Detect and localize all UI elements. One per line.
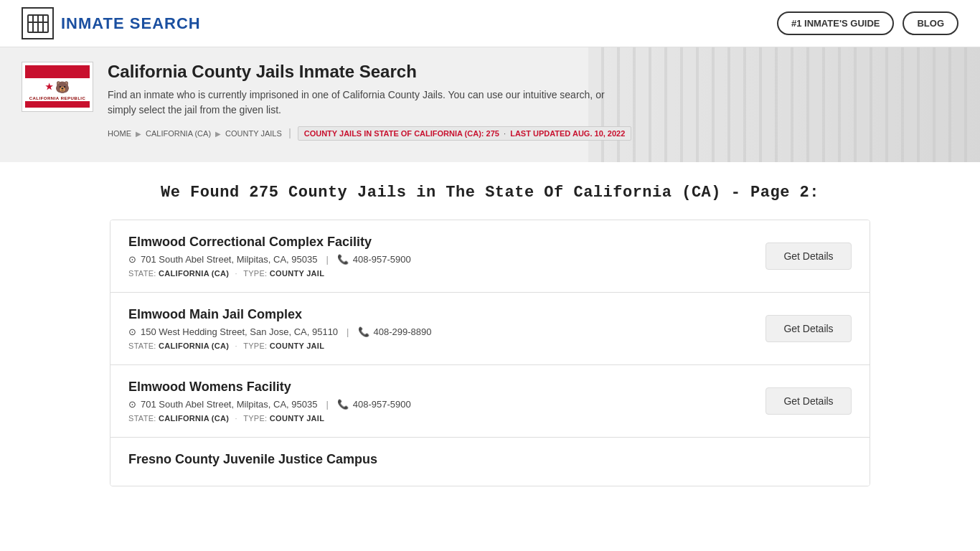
flag-middle: ★ 🐻: [25, 78, 90, 95]
hero-title: California County Jails Inmate Search: [108, 62, 839, 82]
get-details-button-3[interactable]: Get Details: [765, 387, 852, 415]
inmates-guide-button[interactable]: #1 INMATE'S GUIDE: [777, 11, 894, 35]
state-value-1: CALIFORNIA (CA): [159, 269, 229, 278]
type-value-3: COUNTY JAIL: [270, 414, 324, 423]
breadcrumb-divider: [289, 128, 291, 138]
result-address-2: ⊙ 150 West Hedding Street, San Jose, CA,…: [128, 326, 751, 337]
breadcrumb-updated: LAST UPDATED AUG. 10, 2022: [510, 129, 625, 138]
type-label-3: TYPE:: [243, 414, 267, 423]
blog-button[interactable]: BLOG: [903, 11, 958, 35]
results-container: Elmwood Correctional Complex Facility ⊙ …: [110, 220, 870, 486]
type-label-2: TYPE:: [243, 342, 267, 350]
result-name-4: Fresno County Juvenile Justice Campus: [128, 452, 852, 467]
breadcrumb-section[interactable]: COUNTY JAILS: [225, 129, 282, 138]
breadcrumb-home[interactable]: HOME: [108, 129, 131, 138]
phone-icon-3: 📞: [337, 399, 349, 410]
type-value-2: COUNTY JAIL: [270, 342, 324, 350]
get-details-button-1[interactable]: Get Details: [765, 242, 852, 270]
state-value-3: CALIFORNIA (CA): [159, 414, 229, 423]
site-title: INMATE SEARCH: [61, 14, 201, 33]
hero-content: ★ 🐻 CALIFORNIA REPUBLIC California Count…: [0, 47, 861, 155]
meta-dot-1: ·: [235, 269, 237, 278]
address-text-1: 701 South Abel Street, Milpitas, CA, 950…: [141, 254, 317, 265]
state-label-3: STATE:: [128, 414, 156, 423]
result-name-2: Elmwood Main Jail Complex: [128, 307, 751, 322]
addr-sep-2: |: [347, 326, 349, 337]
breadcrumb-sep-2: ▶: [215, 130, 221, 138]
flag-bottom-stripe: [25, 101, 90, 108]
meta-dot-3: ·: [235, 414, 237, 423]
type-label-1: TYPE:: [243, 269, 267, 278]
result-item-4: Fresno County Juvenile Justice Campus: [110, 438, 870, 486]
addr-sep-1: |: [326, 254, 328, 265]
address-text-2: 150 West Hedding Street, San Jose, CA, 9…: [141, 326, 338, 337]
phone-text-1: 408-957-5900: [353, 254, 411, 265]
result-item-3: Elmwood Womens Facility ⊙ 701 South Abel…: [110, 365, 870, 438]
logo-link[interactable]: INMATE SEARCH: [22, 7, 201, 39]
address-text-3: 701 South Abel Street, Milpitas, CA, 950…: [141, 399, 317, 410]
breadcrumb-info: COUNTY JAILS IN STATE OF CALIFORNIA (CA)…: [298, 126, 632, 141]
result-item: Elmwood Correctional Complex Facility ⊙ …: [110, 220, 870, 293]
type-value-1: COUNTY JAIL: [270, 269, 324, 278]
main-content: We Found 275 County Jails in The State O…: [95, 162, 885, 508]
result-info-2: Elmwood Main Jail Complex ⊙ 150 West Hed…: [128, 307, 751, 350]
state-label-2: STATE:: [128, 342, 156, 350]
flag-star: ★: [45, 82, 53, 92]
hero-section: ★ 🐻 CALIFORNIA REPUBLIC California Count…: [0, 47, 980, 162]
phone-text-2: 408-299-8890: [374, 326, 432, 337]
location-icon-3: ⊙: [128, 399, 136, 410]
result-item-2: Elmwood Main Jail Complex ⊙ 150 West Hed…: [110, 293, 870, 365]
breadcrumb-sep-1: ▶: [136, 130, 141, 138]
breadcrumb-count: 275: [486, 129, 499, 138]
california-flag: ★ 🐻 CALIFORNIA REPUBLIC: [22, 62, 93, 112]
logo-icon: [22, 7, 54, 39]
phone-text-3: 408-957-5900: [353, 399, 411, 410]
state-label-1: STATE:: [128, 269, 156, 278]
result-address-1: ⊙ 701 South Abel Street, Milpitas, CA, 9…: [128, 254, 751, 265]
breadcrumb-info-text: COUNTY JAILS IN STATE OF CALIFORNIA (CA)…: [304, 129, 484, 138]
prison-icon: [27, 12, 50, 35]
result-meta-2: STATE: CALIFORNIA (CA) · TYPE: COUNTY JA…: [128, 342, 751, 350]
addr-sep-3: |: [326, 399, 328, 410]
phone-icon-1: 📞: [337, 254, 349, 265]
location-icon-1: ⊙: [128, 254, 136, 265]
result-info-1: Elmwood Correctional Complex Facility ⊙ …: [128, 235, 751, 278]
breadcrumb: HOME ▶ CALIFORNIA (CA) ▶ COUNTY JAILS CO…: [108, 126, 839, 141]
breadcrumb-state[interactable]: CALIFORNIA (CA): [146, 129, 211, 138]
get-details-button-2[interactable]: Get Details: [765, 315, 852, 342]
result-info-3: Elmwood Womens Facility ⊙ 701 South Abel…: [128, 380, 751, 423]
page-heading: We Found 275 County Jails in The State O…: [110, 184, 870, 202]
hero-text: California County Jails Inmate Search Fi…: [108, 62, 839, 141]
hero-description: Find an inmate who is currently imprison…: [108, 88, 610, 118]
state-value-2: CALIFORNIA (CA): [159, 342, 229, 350]
result-name-1: Elmwood Correctional Complex Facility: [128, 235, 751, 250]
meta-dot-2: ·: [235, 342, 237, 350]
main-nav: #1 INMATE'S GUIDE BLOG: [777, 11, 958, 35]
phone-icon-2: 📞: [358, 326, 369, 337]
flag-bear: 🐻: [55, 80, 70, 94]
result-name-3: Elmwood Womens Facility: [128, 380, 751, 395]
location-icon-2: ⊙: [128, 326, 136, 337]
result-meta-1: STATE: CALIFORNIA (CA) · TYPE: COUNTY JA…: [128, 269, 751, 278]
result-address-3: ⊙ 701 South Abel Street, Milpitas, CA, 9…: [128, 399, 751, 410]
flag-text: CALIFORNIA REPUBLIC: [25, 95, 90, 101]
flag-top-stripe: [25, 65, 90, 78]
site-header: INMATE SEARCH #1 INMATE'S GUIDE BLOG: [0, 0, 980, 47]
result-meta-3: STATE: CALIFORNIA (CA) · TYPE: COUNTY JA…: [128, 414, 751, 423]
